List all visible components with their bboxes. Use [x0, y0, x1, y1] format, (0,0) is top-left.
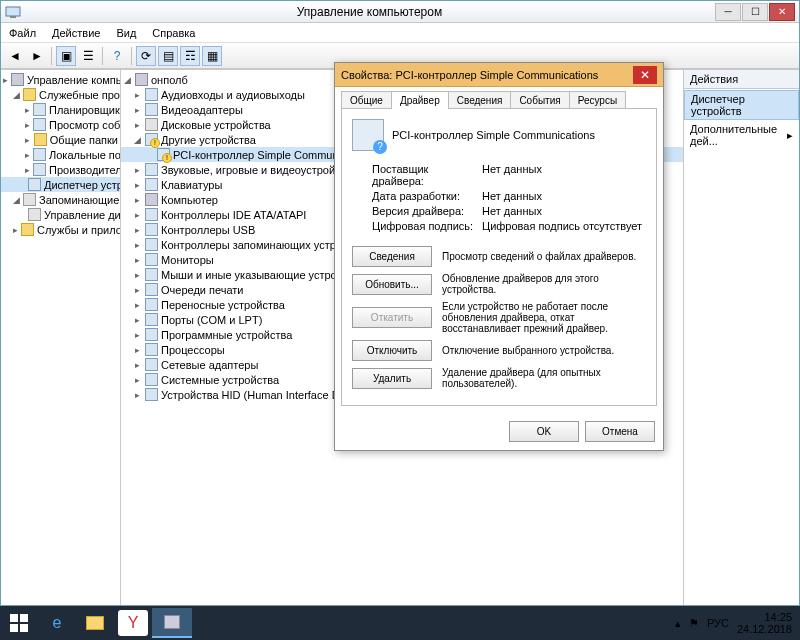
kv-key: Дата разработки: [372, 190, 482, 202]
tab-resources[interactable]: Ресурсы [569, 91, 626, 109]
minimize-button[interactable]: ─ [715, 3, 741, 21]
menu-action[interactable]: Действие [48, 25, 104, 41]
storage-ctrl-icon [145, 238, 158, 251]
dialog-title: Свойства: PCI-контроллер Simple Communic… [341, 69, 633, 81]
tree-label: Программные устройства [161, 329, 292, 341]
button-desc: Обновление драйверов для этого устройств… [442, 273, 646, 295]
kv-key: Поставщик драйвера: [372, 163, 482, 187]
tab-details[interactable]: Сведения [448, 91, 512, 109]
tray-up-icon[interactable]: ▴ [675, 617, 681, 630]
tab-driver[interactable]: Драйвер [391, 91, 449, 109]
tree-item-devmgr[interactable]: Диспетчер устройств [1, 177, 120, 192]
menu-view[interactable]: Вид [112, 25, 140, 41]
up-button[interactable]: ▣ [56, 46, 76, 66]
tree-item[interactable]: ▸Просмотр событий [1, 117, 120, 132]
maximize-button[interactable]: ☐ [742, 3, 768, 21]
tray-clock[interactable]: 14:2524.12.2018 [737, 611, 792, 635]
separator [131, 47, 132, 65]
storage-icon [23, 193, 36, 206]
tray-date: 24.12.2018 [737, 623, 792, 635]
tray-flag-icon[interactable]: ⚑ [689, 617, 699, 630]
tree-label: Системные устройства [161, 374, 279, 386]
tray-time: 14:25 [737, 611, 792, 623]
dialog-close-button[interactable]: ✕ [633, 66, 657, 84]
tree-root[interactable]: ▸Управление компьютером (л [1, 72, 120, 87]
actions-header: Действия [684, 70, 799, 89]
port-icon [145, 313, 158, 326]
menu-help[interactable]: Справка [148, 25, 199, 41]
close-button[interactable]: ✕ [769, 3, 795, 21]
tree-item[interactable]: ◢Запоминающие устройст [1, 192, 120, 207]
tree-item[interactable]: ◢Служебные программы [1, 87, 120, 102]
scan-button[interactable]: ⟳ [136, 46, 156, 66]
tab-events[interactable]: События [510, 91, 569, 109]
kv-val: Нет данных [482, 205, 542, 217]
kv-key: Цифровая подпись: [372, 220, 482, 232]
view1-button[interactable]: ☶ [180, 46, 200, 66]
tree-item[interactable]: ▸Общие папки [1, 132, 120, 147]
cancel-button[interactable]: Отмена [585, 421, 655, 442]
warning-icon [145, 133, 158, 146]
ide-icon [145, 208, 158, 221]
tree-label: Переносные устройства [161, 299, 285, 311]
uninstall-driver-button[interactable]: Удалить [352, 368, 432, 389]
tree-label: Аудиовходы и аудиовыходы [161, 89, 305, 101]
perf-icon [33, 163, 46, 176]
button-desc: Отключение выбранного устройства. [442, 345, 646, 356]
taskbar-app-icon[interactable] [152, 608, 192, 638]
tree-label: Сетевые адаптеры [161, 359, 258, 371]
printer-icon [145, 283, 158, 296]
left-pane: ▸Управление компьютером (л ◢Служебные пр… [1, 70, 121, 605]
start-button[interactable] [0, 606, 38, 640]
tree-label: Контроллеры USB [161, 224, 255, 236]
tree-item[interactable]: ▸Производительность [1, 162, 120, 177]
sched-icon [33, 103, 46, 116]
tab-content: PCI-контроллер Simple Communications Пос… [341, 108, 657, 406]
taskbar-ie-icon[interactable]: e [38, 606, 76, 640]
help-button[interactable]: ? [107, 46, 127, 66]
taskbar: e Y ▴ ⚑ РУС 14:2524.12.2018 [0, 606, 800, 640]
mouse-icon [145, 268, 158, 281]
tree-item[interactable]: ▸Локальные пользовате [1, 147, 120, 162]
svg-rect-0 [6, 7, 20, 16]
taskbar-yandex-icon[interactable]: Y [118, 610, 148, 636]
keyboard-icon [145, 178, 158, 191]
disable-device-button[interactable]: Отключить [352, 340, 432, 361]
tree-label: Служебные программы [39, 89, 121, 101]
driver-details-button[interactable]: Сведения [352, 246, 432, 267]
ok-button[interactable]: OK [509, 421, 579, 442]
system-icon [145, 373, 158, 386]
tree-label: Общие папки [50, 134, 118, 146]
actions-pane: Действия Диспетчер устройств Дополнитель… [684, 70, 799, 605]
tree-label: Планировщик заданий [49, 104, 121, 116]
event-icon [33, 118, 46, 131]
actions-more[interactable]: Дополнительные дей...▸ [684, 121, 799, 149]
menu-file[interactable]: Файл [5, 25, 40, 41]
separator [102, 47, 103, 65]
menubar: Файл Действие Вид Справка [1, 23, 799, 43]
view2-button[interactable]: ▦ [202, 46, 222, 66]
prop-button[interactable]: ▤ [158, 46, 178, 66]
tree-item[interactable]: Управление дисками [1, 207, 120, 222]
kv-val: Цифровая подпись отсутствует [482, 220, 642, 232]
tree-item[interactable]: ▸Планировщик заданий [1, 102, 120, 117]
folder-icon [21, 223, 34, 236]
software-icon [145, 328, 158, 341]
actions-context[interactable]: Диспетчер устройств [684, 90, 799, 120]
portable-icon [145, 298, 158, 311]
tray-lang[interactable]: РУС [707, 617, 729, 629]
forward-button[interactable]: ► [27, 46, 47, 66]
show-hide-button[interactable]: ☰ [78, 46, 98, 66]
kv-val: Нет данных [482, 190, 542, 202]
dialog-titlebar[interactable]: Свойства: PCI-контроллер Simple Communic… [335, 63, 663, 87]
device-name: PCI-контроллер Simple Communications [392, 129, 595, 141]
tree-label: Порты (COM и LPT) [161, 314, 262, 326]
network-icon [145, 358, 158, 371]
tab-general[interactable]: Общие [341, 91, 392, 109]
update-driver-button[interactable]: Обновить... [352, 274, 432, 295]
tree-item[interactable]: ▸Службы и приложения [1, 222, 120, 237]
tree-label: Контроллеры IDE ATA/ATAPI [161, 209, 306, 221]
folder-icon [23, 88, 36, 101]
taskbar-explorer-icon[interactable] [76, 606, 114, 640]
back-button[interactable]: ◄ [5, 46, 25, 66]
